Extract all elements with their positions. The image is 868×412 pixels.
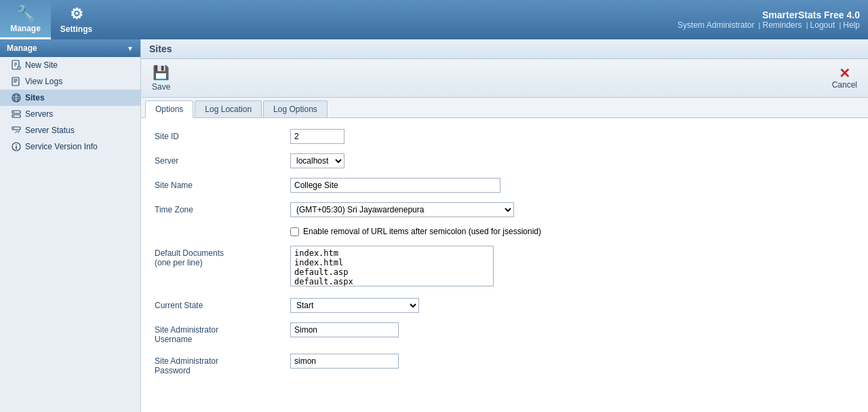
- default-docs-label: Default Documents (one per line): [155, 246, 290, 267]
- default-docs-row: Default Documents (one per line) index.h…: [155, 246, 854, 288]
- sidebar-section-label: Manage: [7, 43, 37, 53]
- admin-password-control: [290, 354, 854, 369]
- jsessionid-checkbox[interactable]: [290, 227, 299, 236]
- checkbox-row: Enable removal of URL items after semico…: [290, 227, 854, 236]
- tab-options-label: Options: [155, 105, 183, 114]
- sidebar-item-sites[interactable]: Sites: [0, 90, 140, 106]
- app-title: SmarterStats Free 4.0: [762, 10, 860, 20]
- tab-log-location[interactable]: Log Location: [195, 100, 262, 117]
- timezone-control: (GMT+05:30) Sri Jayawardenepura: [290, 202, 854, 217]
- timezone-label: Time Zone: [155, 202, 290, 214]
- manage-button[interactable]: 🔧 Manage: [0, 0, 51, 39]
- sidebar-item-service-version-info-label: Service Version Info: [25, 142, 98, 151]
- sidebar-item-new-site-label: New Site: [25, 60, 58, 70]
- admin-username-label: Site AdministratorUsername: [155, 322, 290, 344]
- site-name-input[interactable]: [290, 178, 500, 193]
- page-title: Sites: [141, 39, 868, 59]
- sidebar-item-servers-label: Servers: [25, 109, 53, 119]
- server-select[interactable]: localhost: [290, 153, 344, 168]
- new-site-icon: [11, 60, 22, 71]
- logout-link[interactable]: Logout: [810, 20, 835, 30]
- save-label: Save: [152, 82, 170, 92]
- svg-point-18: [14, 111, 15, 113]
- tab-log-location-label: Log Location: [205, 105, 252, 114]
- svg-point-21: [14, 128, 15, 129]
- timezone-select[interactable]: (GMT+05:30) Sri Jayawardenepura: [290, 202, 514, 217]
- cancel-label: Cancel: [832, 80, 857, 90]
- sidebar-item-sites-label: Sites: [25, 93, 45, 102]
- admin-username-input[interactable]: [290, 322, 399, 337]
- cancel-icon: ✕: [839, 67, 850, 80]
- current-state-control: Start Stop: [290, 298, 854, 313]
- manage-label: Manage: [10, 24, 41, 33]
- current-state-label: Current State: [155, 298, 290, 310]
- sidebar: Manage ▼ New Site View Logs: [0, 39, 141, 412]
- timezone-row: Time Zone (GMT+05:30) Sri Jayawardenepur…: [155, 202, 854, 217]
- sidebar-item-servers[interactable]: Servers: [0, 106, 140, 122]
- svg-rect-7: [12, 77, 19, 86]
- site-id-control: [290, 129, 854, 144]
- settings-icon: ⚙: [70, 5, 83, 23]
- chevron-down-icon: ▼: [127, 45, 134, 52]
- sidebar-item-view-logs[interactable]: View Logs: [0, 73, 140, 90]
- servers-icon: [11, 109, 22, 119]
- header-nav: 🔧 Manage ⚙ Settings: [0, 0, 102, 39]
- reminders-link[interactable]: Reminders: [763, 20, 802, 30]
- admin-username-row: Site AdministratorUsername: [155, 322, 854, 344]
- app-header: 🔧 Manage ⚙ Settings SmarterStats Free 4.…: [0, 0, 868, 39]
- save-icon: 💾: [153, 64, 170, 81]
- site-id-label: Site ID: [155, 129, 290, 141]
- svg-point-24: [16, 144, 17, 145]
- header-info: SmarterStats Free 4.0 System Administrat…: [677, 0, 868, 39]
- server-status-icon: [11, 125, 22, 136]
- default-docs-control: index.htm index.html default.asp default…: [290, 246, 854, 288]
- server-label: Server: [155, 153, 290, 166]
- tab-options[interactable]: Options: [145, 100, 193, 118]
- settings-label: Settings: [60, 24, 92, 34]
- sidebar-header: Manage ▼: [0, 39, 140, 57]
- tab-bar: Options Log Location Log Options: [141, 98, 868, 118]
- toolbar: 💾 Save ✕ Cancel: [141, 59, 868, 98]
- server-control: localhost: [290, 153, 854, 168]
- view-logs-icon: [11, 76, 22, 87]
- site-name-control: [290, 178, 854, 193]
- jsessionid-label: Enable removal of URL items after semico…: [303, 227, 541, 236]
- site-id-input[interactable]: [290, 129, 344, 144]
- main-layout: Manage ▼ New Site View Logs: [0, 39, 868, 412]
- current-state-select[interactable]: Start Stop: [290, 298, 419, 313]
- settings-button[interactable]: ⚙ Settings: [51, 0, 102, 39]
- admin-username-control: [290, 322, 854, 337]
- sidebar-item-server-status[interactable]: Server Status: [0, 122, 140, 138]
- sidebar-item-view-logs-label: View Logs: [25, 77, 62, 86]
- current-state-row: Current State Start Stop: [155, 298, 854, 313]
- save-button[interactable]: 💾 Save: [146, 62, 176, 94]
- site-name-label: Site Name: [155, 178, 290, 190]
- sidebar-item-new-site[interactable]: New Site: [0, 57, 140, 73]
- cancel-button[interactable]: ✕ Cancel: [827, 64, 863, 92]
- admin-password-label: Site AdministratorPassword: [155, 354, 290, 375]
- site-id-row: Site ID: [155, 129, 854, 144]
- user-info: System Administrator | Reminders | Logou…: [677, 20, 860, 30]
- tab-log-options-label: Log Options: [273, 105, 317, 114]
- content-area: Sites 💾 Save ✕ Cancel Options Log Locati…: [141, 39, 868, 412]
- tab-log-options[interactable]: Log Options: [263, 100, 328, 117]
- help-link[interactable]: Help: [843, 20, 860, 30]
- default-docs-textarea[interactable]: index.htm index.html default.asp default…: [290, 246, 494, 286]
- service-version-icon: [11, 141, 22, 152]
- sidebar-item-server-status-label: Server Status: [25, 126, 75, 135]
- site-name-row: Site Name: [155, 178, 854, 193]
- sites-icon: [11, 92, 22, 103]
- admin-password-row: Site AdministratorPassword: [155, 354, 854, 375]
- admin-password-input[interactable]: [290, 354, 399, 369]
- manage-icon: 🔧: [16, 5, 35, 22]
- form-area: Site ID Server localhost Site Name: [141, 118, 868, 412]
- username: System Administrator: [677, 20, 754, 30]
- server-row: Server localhost: [155, 153, 854, 168]
- svg-point-19: [14, 115, 15, 117]
- sidebar-item-service-version-info[interactable]: Service Version Info: [0, 138, 140, 155]
